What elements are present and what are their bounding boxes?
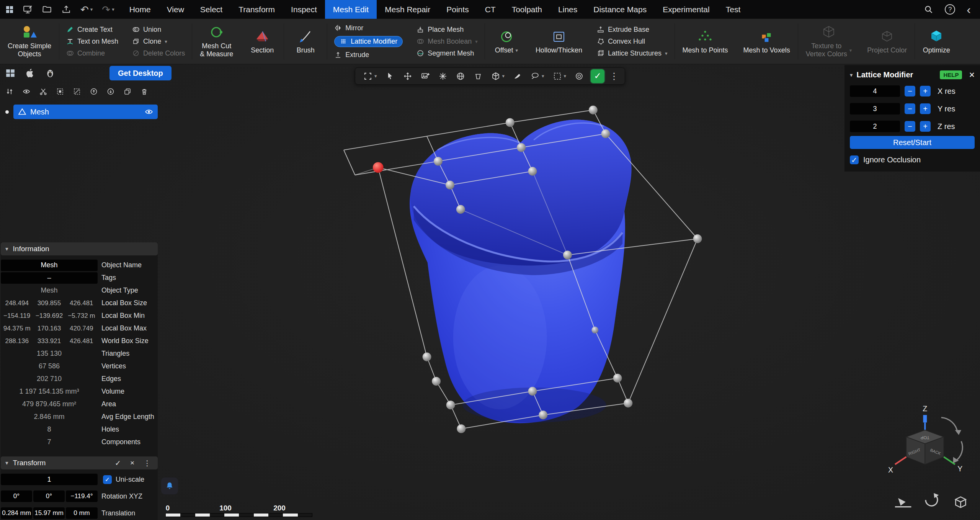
ribbon-item-lattice-structures[interactable]: Lattice Structures▾ <box>597 49 668 57</box>
ribbon-item-brush[interactable]: Brush <box>284 19 327 64</box>
scene-tree-item-mesh[interactable]: Mesh <box>13 105 158 119</box>
offset-caret-icon[interactable]: ▾ <box>515 48 518 53</box>
ribbon-item-mesh-boolean[interactable]: Mesh Boolean▾ <box>416 38 478 46</box>
menu-item-mesh-repair[interactable]: Mesh Repair <box>377 0 438 19</box>
lattice-point[interactable] <box>446 401 455 409</box>
deselect-icon[interactable] <box>71 86 83 97</box>
ribbon-item-create-text[interactable]: Create Text <box>66 26 118 34</box>
collapse-chevron-icon[interactable]: ▾ <box>5 459 8 466</box>
tags-field[interactable]: – <box>1 272 98 284</box>
collapse-chevron-icon[interactable]: ▾ <box>850 72 853 78</box>
menu-item-lines[interactable]: Lines <box>550 0 585 19</box>
lattice-point[interactable] <box>528 167 537 176</box>
ribbon-item-project-color[interactable]: Project Color <box>859 19 915 64</box>
ribbon-item-convex-hull[interactable]: Convex Hull <box>597 38 668 46</box>
menu-item-view[interactable]: View <box>159 0 192 19</box>
lattice-point[interactable] <box>423 353 431 361</box>
open-file-icon[interactable] <box>42 5 52 15</box>
confirm-button[interactable]: ✓ <box>591 69 604 83</box>
menu-item-home[interactable]: Home <box>121 0 159 19</box>
lasso-caret-icon[interactable]: ▾ <box>542 74 544 78</box>
fit-view-button[interactable]: ▾ <box>359 67 381 85</box>
windows-icon[interactable] <box>5 68 15 78</box>
ribbon-item-mesh-cut-measure[interactable]: Mesh Cut& Measure <box>192 19 241 64</box>
lattice-point[interactable] <box>601 129 610 138</box>
redo-caret-icon[interactable]: ▾ <box>112 7 114 12</box>
x-res-decrease-button[interactable]: − <box>905 86 915 96</box>
linux-icon[interactable] <box>45 68 55 78</box>
lattice-point[interactable] <box>456 205 465 214</box>
reset-start-button[interactable]: Reset/Start <box>850 136 975 149</box>
lattice-point[interactable] <box>528 387 537 396</box>
lattice-point[interactable] <box>432 377 441 386</box>
cube-view-button[interactable]: ▾ <box>487 67 509 85</box>
rotation-z-field[interactable]: −119.4° <box>66 491 98 502</box>
help-icon[interactable]: ? <box>945 4 955 15</box>
ribbon-item-segment-mesh[interactable]: Segment Mesh <box>416 49 478 57</box>
item-visibility-icon[interactable] <box>145 108 153 116</box>
ribbon-item-mesh-to-voxels[interactable]: Mesh to Voxels <box>736 19 798 64</box>
help-badge[interactable]: HELP <box>940 70 962 79</box>
object-name-field[interactable]: Mesh <box>1 260 98 271</box>
undo-button[interactable]: ↶▾ <box>80 5 93 15</box>
menu-item-mesh-edit[interactable]: Mesh Edit <box>325 0 377 19</box>
duplicate-icon[interactable] <box>122 86 133 97</box>
lattice-point[interactable] <box>434 157 443 166</box>
menu-item-test[interactable]: Test <box>718 0 749 19</box>
lattice-point[interactable] <box>624 399 632 407</box>
notifications-button[interactable] <box>161 477 178 494</box>
ribbon-item-combine[interactable]: Combine <box>66 49 118 57</box>
lattice-point[interactable] <box>563 251 572 260</box>
uniscale-field[interactable]: 1 <box>1 474 98 485</box>
menu-item-toolpath[interactable]: Toolpath <box>504 0 550 19</box>
ribbon-item-text-on-mesh[interactable]: Text on Mesh <box>66 38 118 46</box>
z-res-field[interactable]: 2 <box>850 121 900 132</box>
select-all-icon[interactable] <box>54 86 66 97</box>
ribbon-item-place-mesh[interactable]: Place Mesh <box>416 26 478 34</box>
menu-item-select[interactable]: Select <box>192 0 230 19</box>
rotation-y-field[interactable]: 0° <box>33 491 65 502</box>
rotation-x-field[interactable]: 0° <box>1 491 32 502</box>
pivot-tool-button[interactable] <box>434 67 451 85</box>
lattice-point[interactable] <box>589 106 598 114</box>
undo-caret-icon[interactable]: ▾ <box>90 7 93 12</box>
ribbon-item-clone[interactable]: Clone▾ <box>132 38 185 46</box>
uniscale-checkbox[interactable]: ✓ <box>103 475 112 484</box>
close-icon[interactable]: × <box>969 70 975 80</box>
x-res-field[interactable]: 4 <box>850 85 900 97</box>
translation-y-field[interactable]: 15.97 mm <box>33 507 65 519</box>
cancel-transform-icon[interactable]: × <box>128 459 137 467</box>
sort-order-icon[interactable] <box>4 86 15 97</box>
pot-view-button[interactable] <box>469 67 487 85</box>
lattice-point[interactable] <box>591 327 598 334</box>
translation-z-field[interactable]: 0 mm <box>66 507 98 519</box>
visibility-icon[interactable] <box>21 86 32 97</box>
z-res-decrease-button[interactable]: − <box>905 121 915 132</box>
menu-item-experimental[interactable]: Experimental <box>655 0 718 19</box>
menu-item-ct[interactable]: CT <box>477 0 504 19</box>
menu-item-transform[interactable]: Transform <box>230 0 283 19</box>
cut-icon[interactable] <box>38 86 49 97</box>
lasso-tool-button[interactable]: ▾ <box>526 67 549 85</box>
fit-view-caret-icon[interactable]: ▾ <box>374 74 377 78</box>
ribbon-item-delete-colors[interactable]: Delete Colors <box>132 49 185 57</box>
globe-view-button[interactable] <box>451 67 469 85</box>
transform-menu-icon[interactable]: ⋮ <box>141 459 153 468</box>
lattice-point[interactable] <box>613 374 622 383</box>
lattice-structures-caret-icon[interactable]: ▾ <box>665 51 668 56</box>
ribbon-item-union[interactable]: Union <box>132 26 185 34</box>
transform-header[interactable]: ▾ Transform ✓ × ⋮ <box>1 456 158 469</box>
app-grid-icon[interactable] <box>5 5 14 14</box>
knife-tool-button[interactable] <box>509 67 526 85</box>
translation-x-field[interactable]: 0.284 mm <box>1 507 32 519</box>
move-up-icon[interactable] <box>88 86 100 97</box>
collapse-icon[interactable]: ‹ <box>967 3 971 16</box>
z-res-increase-button[interactable]: + <box>920 121 931 132</box>
x-res-increase-button[interactable]: + <box>920 86 931 96</box>
ribbon-item-texture-to-vertex-colors[interactable]: Texture toVertex Colors▾ <box>798 19 860 64</box>
move-down-icon[interactable] <box>105 86 116 97</box>
y-res-increase-button[interactable]: + <box>920 103 931 114</box>
search-icon[interactable] <box>924 5 933 14</box>
y-res-decrease-button[interactable]: − <box>905 103 915 114</box>
select-tool-button[interactable] <box>381 67 399 85</box>
